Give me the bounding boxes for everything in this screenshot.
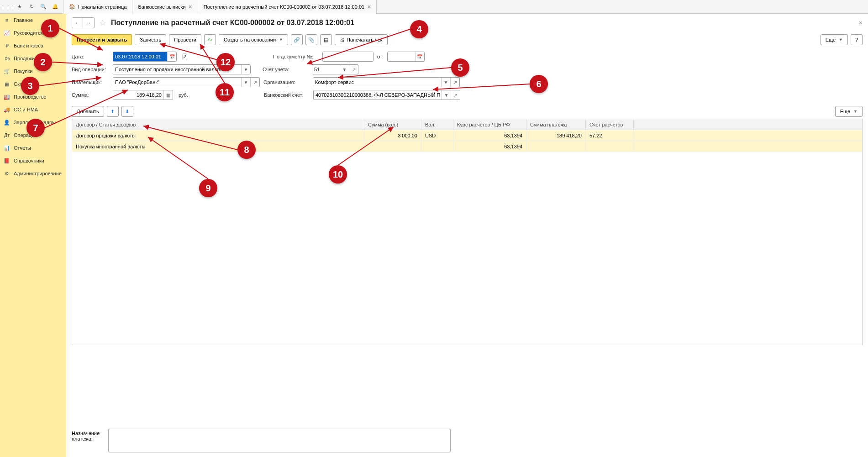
create-basis-label: Создать на основании	[224, 37, 276, 42]
tab-home-label: Начальная страница	[78, 4, 126, 10]
sidebar-label: Главное	[14, 17, 33, 23]
doc-date-input[interactable]	[388, 52, 415, 61]
help-button[interactable]: ?	[851, 34, 863, 45]
dropdown-icon[interactable]: ▼	[241, 65, 250, 74]
th-contract[interactable]: Договор / Статья доходов	[72, 119, 364, 130]
bell-icon[interactable]: 🔔	[49, 1, 61, 13]
calc-icon[interactable]: ▦	[163, 90, 173, 100]
bag-icon: 🛍	[4, 56, 10, 61]
favorite-icon[interactable]: ☆	[99, 18, 106, 28]
sidebar-item-assets[interactable]: 🚚ОС и НМА	[0, 103, 66, 116]
close-icon[interactable]: ×	[189, 3, 192, 11]
save-button[interactable]: Записать	[135, 34, 166, 45]
calendar-icon[interactable]: 📅	[167, 52, 176, 61]
main-content: ← → ☆ Поступление на расчетный счет КС00…	[66, 14, 868, 457]
table-header: Договор / Статья доходов Сумма (вал.) Ва…	[72, 119, 862, 130]
sidebar-item-purchases[interactable]: 🛒Покупки	[0, 65, 66, 78]
close-form-button[interactable]: ×	[859, 19, 863, 26]
sidebar-item-admin[interactable]: ⚙Администрирование	[0, 167, 66, 180]
move-up-button[interactable]: ⬆	[107, 106, 119, 117]
doc-num-input[interactable]	[323, 52, 373, 61]
create-basis-button[interactable]: Создать на основании▼	[219, 34, 288, 45]
td-currency	[421, 141, 453, 152]
callout-10: 10	[329, 165, 347, 184]
printer-icon: 🖨	[340, 37, 345, 42]
dropdown-icon[interactable]: ▼	[441, 78, 450, 87]
dropdown-icon[interactable]: ▼	[442, 90, 451, 100]
callout-4: 4	[410, 20, 428, 38]
date-label: Дата:	[72, 54, 109, 59]
more-label: Еще	[826, 37, 836, 42]
sidebar-label: Продажи	[14, 56, 35, 61]
th-sum-pay[interactable]: Сумма платежа	[526, 119, 586, 130]
calendar-icon[interactable]: 📅	[415, 52, 424, 61]
sidebar-label: Банк и касса	[14, 43, 43, 48]
apps-icon[interactable]: ⋮⋮⋮	[2, 1, 14, 13]
td-currency: USD	[421, 130, 453, 141]
org-input[interactable]	[313, 78, 441, 87]
callout-6: 6	[530, 75, 548, 93]
dropdown-icon[interactable]: ▼	[340, 65, 349, 74]
purpose-textarea[interactable]	[108, 429, 451, 452]
th-rate[interactable]: Курс расчетов / ЦБ РФ	[453, 119, 526, 130]
th-sum-val[interactable]: Сумма (вал.)	[364, 119, 421, 130]
person-icon: 👤	[4, 120, 10, 126]
callout-2: 2	[34, 53, 52, 71]
sidebar-label: Справочники	[14, 158, 44, 163]
callout-8: 8	[237, 141, 256, 159]
open-icon[interactable]: ↗	[250, 78, 259, 87]
page-title: Поступление на расчетный счет КС00-00000…	[111, 19, 354, 27]
attach-button[interactable]: 📎	[305, 34, 317, 45]
open-icon[interactable]: ↗	[451, 90, 460, 100]
close-icon[interactable]: ×	[367, 3, 371, 11]
open-icon[interactable]: ↗	[349, 65, 358, 74]
back-button[interactable]: ←	[72, 18, 83, 28]
list-button[interactable]: ▤	[320, 34, 332, 45]
open-icon[interactable]: ↗	[450, 78, 459, 87]
dt-kt-button[interactable]: Ат	[204, 34, 216, 45]
star-icon[interactable]: ★	[14, 1, 26, 13]
tab-receipt[interactable]: Поступление на расчетный счет КС00-00000…	[198, 0, 377, 14]
bank-acc-label: Банковский счет:	[264, 92, 310, 98]
sidebar-label: Администрирование	[14, 171, 62, 176]
more-button[interactable]: Еще▼	[821, 34, 848, 45]
factory-icon: 🏭	[4, 94, 10, 100]
date-input[interactable]	[113, 52, 167, 61]
table-body: Договор продажи валюты 3 000,00 USD 63,1…	[72, 130, 862, 345]
edit-link-icon[interactable]: ↗	[182, 53, 187, 60]
home-icon: 🏠	[69, 4, 75, 10]
tab-bank-statements[interactable]: Банковские выписки ×	[132, 0, 198, 14]
bank-acc-input[interactable]	[314, 90, 442, 100]
add-row-button[interactable]: Добавить	[72, 106, 104, 117]
sum-unit: руб.	[179, 92, 188, 98]
structure-button[interactable]: 🔗	[291, 34, 303, 45]
th-currency[interactable]: Вал.	[421, 119, 453, 130]
sidebar-label: Покупки	[14, 68, 32, 74]
account-input[interactable]	[312, 65, 340, 74]
post-button[interactable]: Провести	[169, 34, 201, 45]
tabs-bar: 🏠 Начальная страница Банковские выписки …	[63, 0, 377, 14]
tab-home[interactable]: 🏠 Начальная страница	[63, 0, 132, 14]
sidebar-item-sales[interactable]: 🛍Продажи	[0, 52, 66, 65]
table-more-button[interactable]: Еще▼	[835, 106, 863, 117]
grid-icon: ▦	[4, 81, 10, 87]
callout-11: 11	[216, 83, 234, 101]
table-row[interactable]: Покупка иностранной валюты 63,1394	[72, 141, 862, 152]
history-icon[interactable]: ↻	[26, 1, 37, 13]
table-row[interactable]: Договор продажи валюты 3 000,00 USD 63,1…	[72, 130, 862, 141]
move-down-button[interactable]: ⬇	[121, 106, 133, 117]
bars-icon: 📊	[4, 145, 10, 151]
forward-button[interactable]: →	[83, 18, 94, 28]
print-check-button[interactable]: 🖨Напечатать чек	[335, 34, 388, 45]
post-close-button[interactable]: Провести и закрыть	[72, 34, 132, 45]
td-rate: 63,1394	[453, 130, 526, 141]
td-pay-acc	[586, 141, 634, 152]
book-icon: 📕	[4, 158, 10, 164]
search-icon[interactable]: 🔍	[37, 1, 49, 13]
sidebar-item-catalogs[interactable]: 📕Справочники	[0, 154, 66, 167]
sidebar-item-bank[interactable]: ₽Банк и касса	[0, 39, 66, 52]
sum-input[interactable]	[113, 90, 163, 100]
sidebar-item-reports[interactable]: 📊Отчеты	[0, 142, 66, 154]
dropdown-icon[interactable]: ▼	[241, 78, 250, 87]
th-pay-acc[interactable]: Счет расчетов	[586, 119, 634, 130]
